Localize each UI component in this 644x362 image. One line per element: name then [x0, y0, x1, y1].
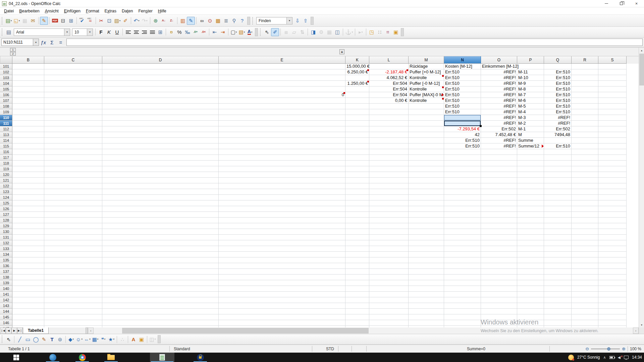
cell-N122[interactable] [444, 183, 481, 189]
italic-button[interactable]: K [105, 28, 113, 36]
cell-R103[interactable] [572, 75, 598, 81]
cell-Q102[interactable]: Err:510 [544, 69, 572, 75]
cell-K114[interactable] [345, 138, 369, 143]
cell-C138[interactable] [44, 275, 102, 280]
menu-einfügen[interactable]: Einfügen [61, 8, 83, 14]
cell-S114[interactable] [598, 138, 627, 143]
cell-L113[interactable] [369, 132, 409, 138]
toolbar-overflow-button[interactable] [311, 17, 314, 25]
cell-N110[interactable] [444, 115, 481, 121]
cell-R128[interactable] [572, 218, 598, 223]
cell-B106[interactable] [12, 92, 44, 98]
volume-muted-icon[interactable]: ◀✕ [618, 355, 621, 360]
row-header-101[interactable]: 101 [0, 64, 12, 69]
cell-E103[interactable] [219, 75, 345, 81]
cell-E128[interactable] [219, 218, 345, 223]
save-button[interactable]: ▦ [21, 17, 29, 25]
cell-O139[interactable] [481, 280, 517, 286]
cell-S125[interactable] [598, 200, 627, 206]
scroll-left-icon[interactable]: ‹ [88, 327, 94, 334]
row-header-112[interactable]: 112 [0, 126, 12, 132]
cell-B120[interactable] [12, 172, 44, 178]
cell-C128[interactable] [44, 218, 102, 223]
cell-Q101[interactable] [544, 64, 572, 69]
cell-K135[interactable] [345, 257, 369, 263]
row-header-102[interactable]: 102 [0, 69, 12, 75]
cell-B105[interactable] [12, 86, 44, 92]
cell-L109[interactable] [369, 109, 409, 115]
cell-P110[interactable]: M-3 [517, 115, 544, 121]
print-button[interactable]: ⊟ [59, 17, 67, 25]
column-header-K[interactable]: K [345, 56, 369, 64]
cell-D138[interactable] [102, 275, 219, 280]
cell-D131[interactable] [102, 235, 219, 240]
cell-L103[interactable]: 4.062,52 € [369, 75, 409, 81]
cell-O123[interactable] [481, 189, 517, 195]
cell-R108[interactable] [572, 104, 598, 109]
cell-N142[interactable] [444, 297, 481, 303]
function-wizard-button[interactable]: ƒx [39, 38, 48, 46]
cell-C130[interactable] [44, 229, 102, 235]
cell-R143[interactable] [572, 303, 598, 309]
from-file-button[interactable]: ▣ [138, 335, 146, 343]
cell-L120[interactable] [369, 172, 409, 178]
cell-O107[interactable]: #REF! [481, 98, 517, 104]
find-next-button[interactable]: ⇩ [293, 17, 302, 25]
cell-D107[interactable] [102, 98, 219, 104]
insert-frame-button[interactable]: ◫ [333, 28, 341, 36]
cell-B130[interactable] [12, 229, 44, 235]
taskbar-keepass-button[interactable] [193, 353, 208, 362]
cell-O114[interactable]: #REF! [481, 138, 517, 143]
cell-R145[interactable] [572, 314, 598, 320]
chevron-down-icon[interactable]: ▾ [33, 39, 39, 46]
cell-P127[interactable] [517, 212, 544, 218]
cell-K102[interactable]: 6.250,00 € [345, 69, 369, 75]
cell-B137[interactable] [12, 269, 44, 275]
cell-D142[interactable] [102, 297, 219, 303]
row-header-115[interactable]: 115 [0, 143, 12, 149]
cell-B145[interactable] [12, 314, 44, 320]
cell-R121[interactable] [572, 178, 598, 183]
restore-button[interactable] [614, 0, 629, 7]
row-header-142[interactable]: 142 [0, 297, 12, 303]
cell-B110[interactable] [12, 115, 44, 121]
helplines-button[interactable]: ▣ [392, 28, 400, 36]
row-header-121[interactable]: 121 [0, 178, 12, 183]
cell-S112[interactable] [598, 126, 627, 132]
cell-B104[interactable] [12, 81, 44, 86]
row-header-129[interactable]: 129 [0, 223, 12, 229]
row-header-140[interactable]: 140 [0, 286, 12, 292]
snap-grid-button[interactable]: ⌗ [384, 28, 392, 36]
row-header-117[interactable]: 117 [0, 155, 12, 161]
cell-D134[interactable] [102, 252, 219, 257]
toolbar-grip[interactable] [2, 28, 4, 36]
cell-S129[interactable] [598, 223, 627, 229]
row-header-128[interactable]: 128 [0, 218, 12, 223]
cell-N113[interactable]: 42 [444, 132, 481, 138]
chevron-down-icon[interactable]: ▾ [138, 19, 140, 22]
chevron-down-icon[interactable]: ▾ [97, 338, 99, 341]
cell-N141[interactable] [444, 292, 481, 297]
cell-E143[interactable] [219, 303, 345, 309]
cell-P134[interactable] [517, 252, 544, 257]
column-header-C[interactable]: C [44, 56, 102, 64]
cell-D106[interactable] [102, 92, 219, 98]
cell-Q144[interactable] [544, 309, 572, 314]
row-header-137[interactable]: 137 [0, 269, 12, 275]
cell-N133[interactable] [444, 246, 481, 252]
cell-L112[interactable] [369, 126, 409, 132]
cell-K116[interactable] [345, 149, 369, 155]
cell-M106[interactable]: Puffer [MAX[-0 M- [409, 92, 444, 98]
cell-O127[interactable] [481, 212, 517, 218]
cell-M144[interactable] [409, 309, 444, 314]
cell-P142[interactable] [517, 297, 544, 303]
show-draw-functions-button[interactable]: ✎ [187, 17, 195, 25]
spellcheck-button[interactable]: ✔ABC [78, 17, 86, 25]
cell-O126[interactable] [481, 206, 517, 212]
callouts-button[interactable]: ❝▾ [99, 335, 107, 343]
cell-N144[interactable] [444, 309, 481, 314]
toolbar-overflow-button[interactable] [158, 335, 161, 343]
cell-O128[interactable] [481, 218, 517, 223]
cell-M137[interactable] [409, 269, 444, 275]
cell-M125[interactable] [409, 200, 444, 206]
